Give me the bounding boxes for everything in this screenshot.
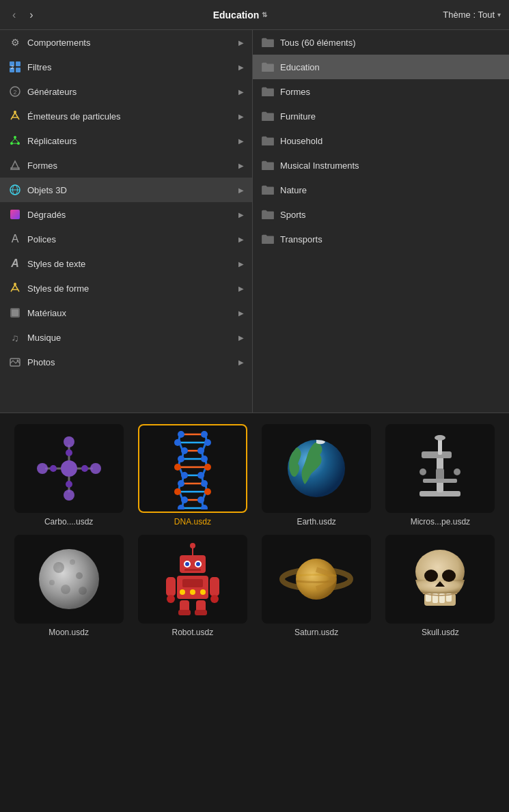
- arrow-icon: ▶: [238, 359, 244, 366]
- right-item-furniture[interactable]: Furniture: [253, 104, 509, 128]
- forward-button[interactable]: ›: [25, 6, 37, 24]
- svg-point-79: [419, 468, 426, 475]
- sidebar-item-emetteurs[interactable]: Émetteurs de particules ▶: [0, 104, 252, 128]
- svg-point-81: [39, 549, 99, 609]
- moon-label: Moon.usdz: [49, 628, 89, 637]
- nav-buttons: ‹ ›: [8, 6, 38, 24]
- svg-point-35: [66, 449, 72, 456]
- materiaux-icon: [8, 306, 22, 320]
- sidebar-item-photos[interactable]: Photos ▶: [0, 350, 252, 374]
- title-expand-icon: ⇅: [262, 11, 267, 18]
- svg-point-87: [49, 580, 55, 585]
- sidebar-item-filtres[interactable]: 2 Filtres ▶: [0, 55, 252, 79]
- content-area: ⚙ Comportements ▶ 2 Filtres ▶ 2: [0, 30, 509, 412]
- svg-rect-78: [423, 479, 457, 483]
- svg-point-101: [200, 589, 206, 595]
- right-item-label: Education: [280, 62, 320, 72]
- svg-point-9: [14, 136, 16, 139]
- right-item-sports[interactable]: Sports: [253, 202, 509, 227]
- styles-texte-icon: A: [8, 257, 22, 270]
- skull-label: Skull.usdz: [422, 628, 459, 637]
- grid-item-earth[interactable]: Earth.usdz: [259, 424, 374, 527]
- sidebar-item-label: Formes: [27, 160, 238, 171]
- right-item-education[interactable]: Education: [253, 55, 509, 79]
- sidebar-item-comportements[interactable]: ⚙ Comportements ▶: [0, 30, 252, 55]
- arrow-icon: ▶: [238, 285, 244, 292]
- musique-icon: ♫: [8, 331, 22, 344]
- svg-point-99: [180, 589, 185, 595]
- svg-point-8: [14, 111, 16, 113]
- svg-rect-103: [210, 577, 219, 596]
- sidebar-item-polices[interactable]: A Polices ▶: [0, 227, 252, 251]
- grid-item-dna[interactable]: DNA.usdz: [135, 424, 250, 527]
- right-item-transports[interactable]: Transports: [253, 227, 509, 251]
- right-item-label: Tous (60 éléments): [280, 38, 356, 48]
- sidebar-item-generateurs[interactable]: 2 Générateurs ▶: [0, 79, 252, 104]
- formes-icon: [8, 158, 22, 172]
- sidebar: ⚙ Comportements ▶ 2 Filtres ▶ 2: [0, 30, 253, 412]
- grid-item-microscope[interactable]: Micros...pe.usdz: [383, 424, 498, 527]
- sidebar-item-objets3d[interactable]: Objets 3D ▶: [0, 178, 252, 202]
- svg-rect-1: [16, 61, 20, 66]
- right-item-musical[interactable]: Musical Instruments: [253, 153, 509, 178]
- svg-point-100: [190, 589, 195, 595]
- sidebar-item-degrades[interactable]: Dégradés ▶: [0, 202, 252, 227]
- folder-icon: [261, 209, 275, 220]
- gear-icon: ⚙: [8, 36, 22, 49]
- svg-rect-19: [10, 210, 20, 219]
- sidebar-item-label: Émetteurs de particules: [27, 111, 238, 122]
- svg-point-94: [185, 562, 189, 566]
- photos-icon: [8, 355, 22, 369]
- grid-item-saturn[interactable]: Saturn.usdz: [259, 535, 374, 637]
- sidebar-item-label: Styles de texte: [27, 259, 238, 269]
- svg-rect-98: [182, 579, 203, 587]
- arrow-icon: ▶: [238, 211, 244, 219]
- svg-point-104: [167, 595, 175, 603]
- sidebar-item-musique[interactable]: ♫ Musique ▶: [0, 325, 252, 350]
- right-item-tous[interactable]: Tous (60 éléments): [253, 30, 509, 55]
- folder-icon: [261, 160, 275, 171]
- header-title[interactable]: Education ⇅: [38, 10, 443, 20]
- back-button[interactable]: ‹: [8, 6, 20, 24]
- svg-point-75: [435, 435, 445, 440]
- right-item-nature[interactable]: Nature: [253, 178, 509, 202]
- folder-icon: [261, 135, 275, 146]
- sidebar-item-label: Réplicateurs: [27, 136, 238, 146]
- moon-thumbnail: [14, 535, 124, 624]
- right-item-household[interactable]: Household: [253, 128, 509, 153]
- theme-selector[interactable]: Thème : Tout ▾: [443, 10, 501, 20]
- svg-point-26: [61, 460, 77, 477]
- header: ‹ › Education ⇅ Thème : Tout ▾: [0, 0, 509, 30]
- grid-item-moon[interactable]: Moon.usdz: [11, 535, 126, 637]
- grid-item-carbon[interactable]: Carbo....usdz: [11, 424, 126, 527]
- sidebar-item-replicateurs[interactable]: Réplicateurs ▶: [0, 128, 252, 153]
- header-title-text: Education: [213, 10, 260, 20]
- arrow-icon: ▶: [238, 39, 244, 46]
- svg-point-114: [442, 570, 456, 582]
- dna-label: DNA.usdz: [174, 517, 211, 527]
- polices-icon: A: [8, 232, 22, 246]
- sidebar-item-styles-texte[interactable]: A Styles de texte ▶: [0, 251, 252, 276]
- generateurs-icon: 2: [8, 85, 22, 98]
- right-item-label: Formes: [280, 87, 310, 97]
- svg-point-55: [178, 456, 184, 462]
- grid-item-skull[interactable]: Skull.usdz: [383, 535, 498, 637]
- sidebar-item-formes[interactable]: Formes ▶: [0, 153, 252, 178]
- svg-line-13: [15, 139, 18, 142]
- arrow-icon: ▶: [238, 64, 244, 71]
- svg-point-88: [79, 587, 87, 595]
- sidebar-item-materiaux[interactable]: Matériaux ▶: [0, 300, 252, 325]
- earth-label: Earth.usdz: [297, 517, 335, 527]
- svg-point-58: [204, 464, 211, 471]
- sidebar-item-styles-forme[interactable]: Styles de forme ▶: [0, 276, 252, 300]
- right-item-label: Furniture: [280, 111, 316, 122]
- arrow-icon: ▶: [238, 186, 244, 194]
- sidebar-item-label: Comportements: [27, 38, 238, 48]
- arrow-icon: ▶: [238, 334, 244, 341]
- right-item-formes[interactable]: Formes: [253, 79, 509, 104]
- sidebar-item-label: Matériaux: [27, 308, 238, 318]
- grid-item-robot[interactable]: Robot.usdz: [135, 535, 250, 637]
- carbon-thumbnail: [14, 424, 124, 513]
- svg-point-65: [181, 496, 188, 503]
- svg-point-53: [181, 447, 188, 454]
